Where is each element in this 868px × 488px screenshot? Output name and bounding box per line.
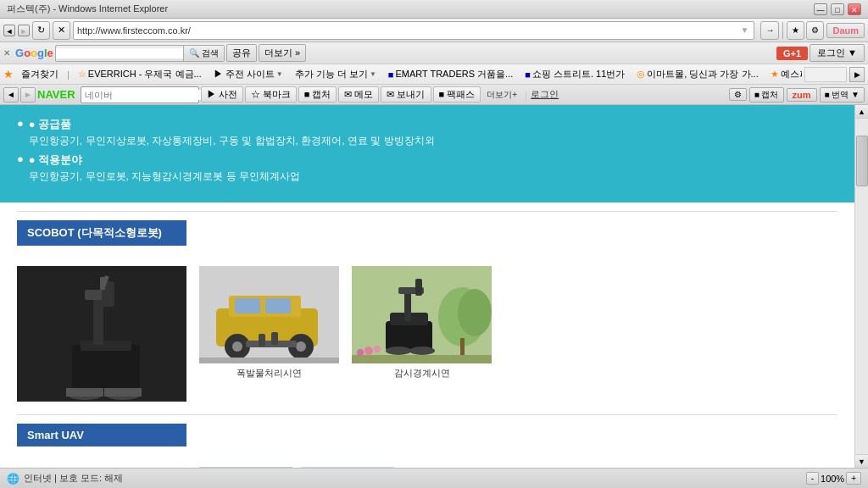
scobot-side-images: 폭발물처리시연 <box>199 266 837 402</box>
share-button[interactable]: 공유 <box>226 44 257 62</box>
go-button[interactable]: → <box>760 21 779 40</box>
naver-tool-fax[interactable]: ■ 팩패스 <box>433 86 481 103</box>
naver-tool-dict[interactable]: ▶ 사전 <box>201 86 243 103</box>
naver-back[interactable]: ◄ <box>3 87 19 103</box>
daum-logo: Daum <box>832 25 859 36</box>
surveillance-image <box>352 266 492 363</box>
apply-bullet: ● <box>17 152 24 165</box>
close-button[interactable]: ✕ <box>848 3 861 15</box>
naver-logo: NAVER <box>37 88 75 101</box>
fav-features[interactable]: 추가 기능 더 보기 ▼ <box>290 65 381 83</box>
daum-button[interactable]: Daum <box>826 23 865 38</box>
svg-point-36 <box>364 347 373 355</box>
svg-point-38 <box>357 349 364 356</box>
naver-toolbar: ◄ ► NAVER 🔍 ▶ 사전 ☆ 북마크 ■ 캡처 ✉ 메모 ✉ 보내기 ■… <box>0 85 868 105</box>
svg-rect-14 <box>235 298 260 313</box>
scobot-side-row: 폭발물처리시연 <box>199 266 837 380</box>
refresh-button[interactable]: ↻ <box>32 21 50 40</box>
supply-text: 무인항공기, 무인지상로봇, 자상통제장비, 구동 및 합법장치, 환경제어, … <box>29 134 435 148</box>
toolbar-close[interactable]: ✕ <box>3 48 10 58</box>
url-input[interactable] <box>77 25 739 36</box>
naver-more[interactable]: 더보기+ <box>482 87 521 103</box>
minimize-button[interactable]: — <box>814 3 827 15</box>
maximize-button[interactable]: □ <box>831 3 844 15</box>
favorites-main[interactable]: 즐겨찾기 <box>16 65 64 83</box>
svg-point-18 <box>232 341 242 352</box>
fav-right-btn[interactable]: ▶ <box>849 67 865 82</box>
svg-rect-22 <box>271 332 278 345</box>
naver-tool-send[interactable]: ✉ 보내기 <box>381 86 431 103</box>
naver-nav: ◄ ► <box>3 87 36 103</box>
naver-forward[interactable]: ► <box>20 87 36 103</box>
naver-capture-btn[interactable]: ■ 캡처 <box>749 87 784 103</box>
naver-tool-memo[interactable]: ✉ 메모 <box>338 86 379 103</box>
naver-search-input[interactable] <box>81 90 205 100</box>
svg-point-37 <box>374 346 381 352</box>
svg-rect-32 <box>415 279 422 296</box>
zoom-in[interactable]: + <box>846 472 861 485</box>
fav-yes[interactable]: ★ 예스파일 - 대한민국 대표... <box>765 65 802 83</box>
google-search-button[interactable]: 🔍 검색 <box>183 46 224 61</box>
favorites-items: 즐겨찾기 | ☆ EVERRICH - 우제국 예금... ▶ 주전 사이트 ▼… <box>16 65 802 83</box>
gplus-button[interactable]: G+1 <box>776 47 808 60</box>
zoom-out[interactable]: - <box>806 472 819 485</box>
svg-rect-30 <box>404 291 411 321</box>
supply-bullet: ● <box>17 117 24 130</box>
svg-rect-15 <box>265 298 291 313</box>
apply-text: 무인항공기, 무인로봇, 지능형감시경계로봇 등 무인체계사업 <box>29 169 300 184</box>
uav-header: Smart UAV <box>17 424 186 446</box>
fav-shopping[interactable]: ■ 쇼핑 스트리트. 11번가 <box>520 65 630 83</box>
scroll-up[interactable]: ▲ <box>855 105 868 119</box>
naver-tool-capture[interactable]: ■ 캡처 <box>298 86 337 103</box>
scroll-thumb[interactable] <box>856 136 868 186</box>
google-toolbar: ✕ Google 🔍 검색 공유 더보기 » G+1 로그인 ▼ <box>0 42 868 64</box>
fav-recommended[interactable]: ▶ 주전 사이트 ▼ <box>209 65 288 83</box>
scobot-content: 폭발물처리시연 <box>17 266 837 402</box>
scobot-main-image <box>17 266 186 402</box>
supply-section: ● ● 공급품 무인항공기, 무인지상로봇, 자상통제장비, 구동 및 합법장치… <box>0 105 854 202</box>
svg-point-26 <box>458 289 492 336</box>
translate-button[interactable]: ■ 번역 ▼ <box>820 87 865 103</box>
favorites-star: ★ <box>3 68 14 80</box>
svg-rect-23 <box>199 358 339 363</box>
svg-rect-35 <box>352 355 492 363</box>
surveillance-wrap: 감시경계시연 <box>352 266 492 380</box>
scobot-svg <box>21 269 182 400</box>
google-login-button[interactable]: 로그인 ▼ <box>810 44 865 62</box>
naver-icon-btn[interactable]: ⚙ <box>729 88 747 101</box>
fav-input-area <box>804 67 847 82</box>
forward-button[interactable]: ► <box>18 25 30 36</box>
scrollbar[interactable]: ▲ ▼ <box>854 105 868 468</box>
window-title: 퍼스텍(주) - Windows Internet Explorer <box>7 3 814 15</box>
zoom-control[interactable]: - 100% + <box>806 472 861 485</box>
fav-everrich[interactable]: ☆ EVERRICH - 우제국 예금... <box>73 65 207 83</box>
zoom-level: 100% <box>821 474 844 484</box>
status-right: - 100% + <box>806 472 861 485</box>
scobot-section: SCOBOT (다목적소형로봇) <box>0 212 854 414</box>
scroll-down[interactable]: ▼ <box>855 454 868 468</box>
svg-rect-0 <box>72 345 140 391</box>
back-button[interactable]: ◄ <box>3 25 15 36</box>
google-search-box[interactable]: 🔍 검색 <box>55 45 225 62</box>
scobot-header: SCOBOT (다목적소형로봇) <box>17 220 186 246</box>
naver-login[interactable]: 로그인 <box>531 88 559 101</box>
favorites-button[interactable]: ★ <box>787 21 804 40</box>
address-bar[interactable]: ▼ <box>73 21 754 40</box>
tools-button[interactable]: ⚙ <box>806 21 824 40</box>
fav-emart2[interactable]: ◎ 이마트몰, 딩신과 가장 가... <box>632 65 763 83</box>
favorites-bar: ★ 즐겨찾기 | ☆ EVERRICH - 우제국 예금... ▶ 주전 사이트… <box>0 64 868 85</box>
explosion-label: 폭발물처리시연 <box>199 367 339 380</box>
status-text: 인터넷 | 보호 모드: 해제 <box>24 472 123 485</box>
naver-tool-bookmark[interactable]: ☆ 북마크 <box>245 86 297 103</box>
svg-rect-9 <box>66 388 103 396</box>
zum-button[interactable]: zum <box>787 88 817 102</box>
google-search-input[interactable] <box>56 48 183 58</box>
more-button2[interactable]: 더보기 » <box>259 44 306 62</box>
scroll-track[interactable] <box>855 119 868 454</box>
zum-logo: zum <box>793 90 811 100</box>
google-logo: Google <box>15 47 53 59</box>
stop-button[interactable]: ✕ <box>53 21 70 40</box>
naver-search-wrap[interactable]: 🔍 <box>81 86 199 103</box>
fav-emart[interactable]: ■ EMART TRADERS 거품을... <box>383 65 518 83</box>
window-controls[interactable]: — □ ✕ <box>814 3 861 15</box>
